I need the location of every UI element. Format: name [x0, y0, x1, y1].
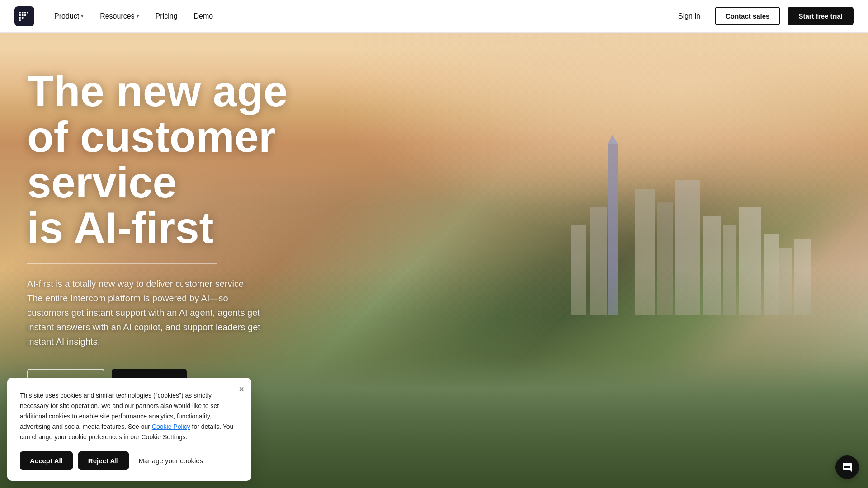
cookie-banner: × This site uses cookies and similar tec…: [7, 378, 251, 481]
hero-divider: [27, 263, 217, 264]
start-trial-button-nav[interactable]: Start free trial: [788, 7, 854, 25]
product-chevron-icon: ▾: [81, 13, 84, 19]
svg-rect-2: [24, 12, 26, 13]
svg-rect-0: [19, 12, 21, 13]
navigation: Product ▾ Resources ▾ Pricing Demo Sign …: [0, 0, 868, 33]
chat-icon: [842, 462, 853, 473]
cookie-buttons: Accept All Reject All Manage your cookie…: [20, 451, 239, 470]
logo[interactable]: [14, 6, 34, 26]
signin-link[interactable]: Sign in: [671, 9, 708, 24]
nav-product[interactable]: Product ▾: [47, 9, 91, 24]
nav-demo[interactable]: Demo: [187, 9, 221, 24]
svg-rect-3: [27, 12, 28, 13]
resources-chevron-icon: ▾: [137, 13, 139, 19]
accept-all-button[interactable]: Accept All: [20, 451, 73, 470]
cookie-close-button[interactable]: ×: [239, 384, 244, 394]
nav-resources[interactable]: Resources ▾: [93, 9, 146, 24]
contact-sales-button[interactable]: Contact sales: [715, 7, 781, 25]
svg-rect-1: [22, 12, 23, 13]
hero-subtitle: AI-first is a totally new way to deliver…: [27, 277, 262, 349]
svg-rect-4: [19, 14, 21, 15]
nav-pricing[interactable]: Pricing: [148, 9, 185, 24]
svg-rect-6: [24, 14, 26, 15]
reject-all-button[interactable]: Reject All: [78, 451, 129, 470]
cookie-text: This site uses cookies and similar techn…: [20, 390, 239, 442]
svg-rect-5: [22, 14, 23, 15]
logo-icon: [19, 10, 30, 22]
svg-rect-7: [19, 17, 21, 18]
svg-rect-9: [19, 19, 21, 21]
chat-bubble-button[interactable]: [835, 455, 859, 479]
hero-title: The new age of customer service is AI-fi…: [27, 69, 380, 251]
nav-links: Product ▾ Resources ▾ Pricing Demo: [47, 9, 671, 24]
cookie-policy-link[interactable]: Cookie Policy: [152, 423, 190, 430]
svg-rect-8: [22, 17, 23, 18]
nav-right: Sign in Contact sales Start free trial: [671, 7, 854, 25]
manage-cookies-button[interactable]: Manage your cookies: [134, 451, 208, 470]
hero-text-block: The new age of customer service is AI-fi…: [27, 69, 380, 394]
